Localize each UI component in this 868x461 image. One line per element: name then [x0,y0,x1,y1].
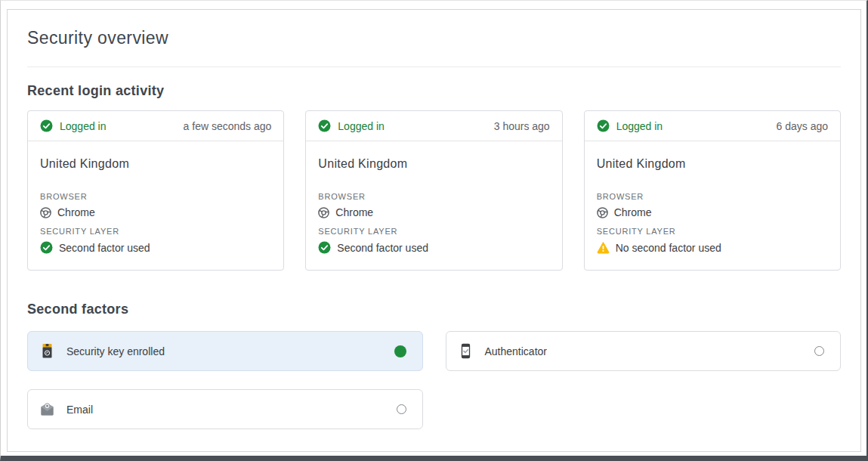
chrome-icon [40,207,51,218]
title-divider [27,67,841,67]
security-layer-value: Second factor used [59,242,150,254]
warning-icon [597,241,610,254]
security-layer-value: Second factor used [337,242,428,254]
login-card-header: Logged in a few seconds ago [28,111,283,141]
login-card-body: United Kingdom BROWSER Chrome SECURITY L… [306,141,561,270]
security-layer-label: SECURITY LAYER [40,227,271,236]
login-card-header: Logged in 3 hours ago [306,111,561,141]
check-circle-icon [40,119,53,132]
app-window: Security overview Recent login activity … [0,0,868,461]
login-status-label: Logged in [616,120,663,132]
authenticator-icon [458,343,474,359]
login-status: Logged in [597,119,663,132]
factor-radio[interactable] [397,404,406,414]
enrolled-dot-icon [394,345,406,357]
browser-label: BROWSER [318,192,549,201]
login-location: United Kingdom [597,157,828,171]
check-circle-icon [318,119,331,132]
browser-label: BROWSER [40,192,271,201]
login-location: United Kingdom [318,157,549,171]
login-card-list: Logged in a few seconds ago United Kingd… [27,110,841,271]
factor-enrolled-indicator[interactable] [394,345,406,357]
email-icon [39,401,55,417]
login-time: 6 days ago [777,120,829,132]
recent-login-activity-heading: Recent login activity [27,83,841,99]
security-key-icon [39,343,55,359]
login-card: Logged in a few seconds ago United Kingd… [27,110,284,271]
security-layer-row: Second factor used [40,241,271,254]
login-status-label: Logged in [338,120,385,132]
login-card-header: Logged in 6 days ago [585,111,840,141]
browser-value: Chrome [614,206,652,218]
browser-value-row: Chrome [40,206,271,218]
factor-option-authenticator[interactable]: Authenticator [446,331,842,371]
security-overview-panel: Security overview Recent login activity … [7,9,861,452]
chrome-icon [597,207,608,218]
factor-option-security-key[interactable]: Security key enrolled [27,331,423,371]
login-card-body: United Kingdom BROWSER Chrome SECURITY L… [28,141,283,270]
security-layer-label: SECURITY LAYER [597,227,828,236]
security-layer-row: No second factor used [597,241,828,254]
check-circle-icon [40,241,53,254]
factor-label: Security key enrolled [66,345,165,357]
second-factor-list: Security key enrolled Authenticator [27,331,841,429]
login-status: Logged in [40,119,107,132]
browser-value-row: Chrome [318,206,549,218]
check-circle-icon [318,241,331,254]
radio-unselected-icon [814,346,824,356]
login-time: 3 hours ago [494,120,550,132]
browser-value-row: Chrome [597,206,828,218]
factor-radio[interactable] [814,346,824,356]
factor-label: Email [66,404,93,416]
factor-label: Authenticator [485,345,548,357]
radio-unselected-icon [397,404,406,414]
login-time: a few seconds ago [184,120,272,132]
login-card-body: United Kingdom BROWSER Chrome SECURITY L… [585,141,840,270]
browser-value: Chrome [335,206,373,218]
page-title: Security overview [27,28,841,48]
login-status-label: Logged in [60,120,107,132]
security-layer-row: Second factor used [318,241,549,254]
second-factors-heading: Second factors [27,302,841,317]
security-layer-value: No second factor used [616,242,721,254]
chrome-icon [318,207,329,218]
login-card: Logged in 6 days ago United Kingdom BROW… [584,110,841,271]
browser-value: Chrome [57,206,95,218]
check-circle-icon [597,119,610,132]
login-status: Logged in [318,119,385,132]
factor-option-email[interactable]: Email [27,389,423,429]
security-layer-label: SECURITY LAYER [318,227,549,236]
browser-label: BROWSER [597,192,828,201]
login-card: Logged in 3 hours ago United Kingdom BRO… [305,110,562,271]
login-location: United Kingdom [40,157,271,171]
